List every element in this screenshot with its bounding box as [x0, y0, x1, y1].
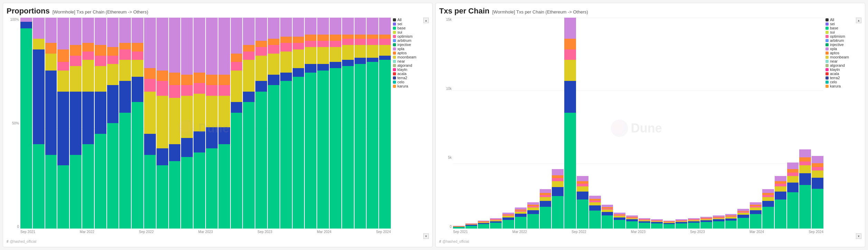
legend-item-aptos: aptos — [825, 51, 861, 55]
seg-pink-12 — [169, 85, 181, 98]
seg-pink-17 — [231, 62, 243, 70]
txs-seg-26 — [775, 200, 786, 229]
seg-green-15 — [206, 148, 218, 229]
txs-seg-26 — [775, 176, 786, 181]
legend-items-1: Allseibasesuioptimismarbitruminjectivexp… — [393, 18, 429, 88]
txs-seg-23 — [737, 215, 749, 218]
legend-item-injective: injective — [393, 43, 429, 47]
txs-seg-29 — [812, 170, 823, 178]
txs-seg-24 — [750, 202, 762, 205]
seg-pink-4 — [70, 56, 82, 66]
prop-bar-29 — [379, 18, 391, 229]
seg-green-9 — [132, 102, 143, 229]
legend-scroll-down-2[interactable]: ▼ — [856, 233, 861, 239]
prop-bar-20 — [268, 18, 280, 229]
y-label-0: 0 — [17, 225, 19, 229]
seg-green-29 — [379, 60, 391, 229]
seg-other-23 — [305, 18, 317, 35]
legend-scroll-up-1[interactable]: ▲ — [423, 18, 429, 23]
legend-color-celo — [393, 81, 396, 84]
legend-color-aptos — [825, 52, 829, 55]
seg-blue-20 — [268, 75, 280, 85]
txs-seg-7 — [540, 189, 551, 193]
legend-color-optimism — [825, 35, 829, 38]
seg-orange-17 — [231, 54, 243, 62]
legend-item-algorand: algorand — [825, 63, 861, 67]
x-label-Sep-2022: Sep 2022 — [139, 230, 154, 234]
seg-orange-9 — [132, 43, 143, 51]
seg-orange-14 — [194, 73, 205, 83]
seg-pink-25 — [330, 41, 341, 47]
seg-blue-2 — [45, 71, 57, 155]
x-label-Mar-2022: Mar 2022 — [80, 230, 94, 234]
seg-orange-7 — [107, 47, 119, 55]
txs-seg-26 — [775, 184, 786, 186]
legend-label-klaytn: klaytn — [397, 67, 407, 72]
legend-color-moonbeam — [825, 56, 829, 59]
legend-label-arbitrum: arbitrum — [830, 38, 844, 43]
txs-bar-27 — [787, 18, 799, 229]
txs-seg-25 — [762, 201, 774, 207]
legend-txs: ▲ Allseibasesuioptimismarbitruminjective… — [823, 18, 861, 239]
seg-pink-11 — [157, 81, 168, 96]
seg-green-3 — [57, 165, 69, 229]
seg-green-20 — [268, 85, 280, 229]
seg-yellow-23 — [305, 47, 317, 64]
txs-seg-6 — [527, 207, 539, 210]
prop-bar-17 — [231, 18, 243, 229]
seg-pink-9 — [132, 52, 143, 60]
seg-orange-3 — [57, 49, 69, 62]
seg-pink-6 — [95, 56, 106, 66]
legend-label-base: base — [397, 26, 406, 30]
legend-proportions: ▲ Allseibasesuioptimismarbitruminjective… — [391, 18, 429, 239]
seg-blue-27 — [355, 58, 366, 64]
footer-2: # @hashed_official — [439, 240, 861, 243]
txs-bar-15 — [639, 18, 650, 229]
txs-bar-16 — [651, 18, 663, 229]
txs-seg-10 — [577, 186, 588, 192]
legend-color-karura — [393, 85, 396, 88]
seg-yellow-20 — [268, 54, 280, 75]
txs-seg-17 — [663, 224, 675, 229]
legend-color-injective — [825, 43, 829, 46]
legend-color-terra2 — [825, 76, 829, 80]
seg-green-4 — [70, 155, 82, 229]
legend-label-xpla: xpla — [830, 47, 837, 51]
txs-seg-26 — [775, 192, 786, 200]
legend-label-karura: karura — [397, 84, 408, 88]
prop-bar-6 — [95, 18, 106, 229]
seg-blue-3 — [57, 92, 69, 166]
seg-green-14 — [194, 152, 205, 229]
prop-bar-9 — [132, 18, 143, 229]
seg-other-0 — [20, 18, 32, 22]
prop-bar-10 — [144, 18, 156, 229]
legend-scroll-up-2[interactable]: ▲ — [856, 18, 861, 23]
prop-bar-14 — [194, 18, 205, 229]
legend-item-sui: sui — [825, 30, 861, 34]
legend-item-base: base — [393, 26, 429, 30]
legend-scroll-down-1[interactable]: ▼ — [423, 233, 429, 239]
seg-yellow-14 — [194, 94, 205, 132]
txs-seg-26 — [775, 186, 786, 192]
seg-green-12 — [169, 161, 181, 229]
txs-seg-10 — [577, 176, 588, 181]
chart-header-1: Proportions [Wormhole] Txs per Chain (Et… — [7, 7, 429, 16]
txs-seg-11 — [589, 211, 601, 229]
seg-other-8 — [119, 18, 131, 43]
seg-green-13 — [181, 157, 193, 229]
legend-color-sei — [825, 22, 829, 26]
legend-label-near: near — [830, 59, 838, 63]
seg-yellow-4 — [70, 66, 82, 91]
txs-seg-25 — [762, 189, 774, 193]
legend-item-karura: karura — [825, 84, 861, 88]
seg-orange-4 — [70, 45, 82, 56]
txs-seg-10 — [577, 200, 588, 229]
seg-other-21 — [280, 18, 292, 37]
txs-bar-0 — [453, 18, 465, 229]
txs-seg-6 — [527, 214, 539, 229]
legend-label-xpla: xpla — [397, 47, 404, 51]
legend-item-near: near — [393, 59, 429, 63]
seg-blue-24 — [317, 64, 329, 70]
seg-other-20 — [268, 18, 280, 39]
prop-bar-26 — [342, 18, 354, 229]
